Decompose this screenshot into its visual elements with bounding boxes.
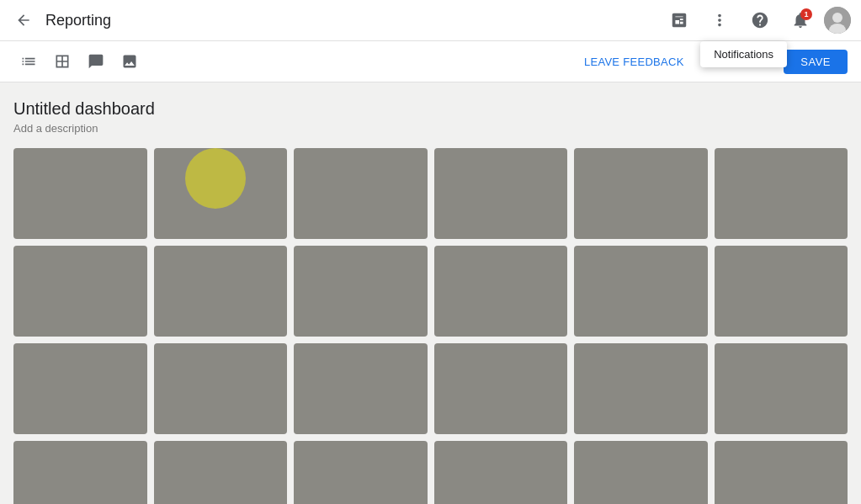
grid-cell[interactable] [574, 441, 708, 504]
notification-badge: 1 [800, 8, 812, 20]
nav-left: Reporting [10, 7, 111, 34]
more-options-button[interactable] [703, 3, 736, 37]
app-title: Reporting [45, 12, 111, 29]
grid-cell[interactable] [434, 343, 568, 434]
grid-cell[interactable] [13, 441, 147, 504]
grid-cell[interactable] [715, 441, 848, 504]
grid-cell[interactable] [434, 148, 568, 239]
grid-cell[interactable] [574, 148, 708, 239]
widget-grid [13, 148, 848, 504]
grid-cell[interactable] [715, 343, 848, 434]
grid-cell[interactable] [294, 148, 428, 239]
save-button[interactable]: SAVE [784, 50, 848, 74]
dashboard-description[interactable]: Add a description [13, 122, 848, 135]
widget-type-1-button[interactable] [13, 46, 44, 77]
leave-feedback-button[interactable]: LEAVE FEEDBACK [571, 50, 698, 74]
grid-cell[interactable] [13, 246, 147, 337]
nav-right: 1 [662, 3, 851, 37]
svg-point-1 [832, 13, 842, 23]
toolbar-icons [13, 46, 145, 77]
grid-cell[interactable] [154, 343, 288, 434]
grid-cell[interactable] [294, 343, 428, 434]
grid-cell[interactable] [294, 246, 428, 337]
dashboard-area: Untitled dashboard Add a description [0, 82, 861, 504]
top-nav: Reporting 1 [0, 0, 861, 41]
grid-cell[interactable] [574, 246, 708, 337]
widget-type-3-button[interactable] [81, 46, 111, 77]
chart-icon-button[interactable] [662, 3, 696, 37]
grid-cell[interactable] [715, 148, 848, 239]
back-button[interactable] [10, 7, 37, 34]
widget-type-2-button[interactable] [47, 46, 77, 77]
grid-cell[interactable] [574, 343, 708, 434]
grid-cell[interactable] [13, 148, 147, 239]
tooltip-label: Notifications [714, 48, 773, 61]
grid-cell[interactable] [154, 441, 288, 504]
grid-cell[interactable] [13, 343, 147, 434]
notifications-tooltip: Notifications [700, 41, 787, 67]
avatar[interactable] [824, 7, 851, 34]
dashboard-title[interactable]: Untitled dashboard [13, 99, 848, 119]
grid-cell[interactable] [434, 441, 568, 504]
grid-cell[interactable] [715, 246, 848, 337]
widget-type-4-button[interactable] [114, 46, 145, 77]
help-button[interactable] [743, 3, 777, 37]
dashboard-header: Untitled dashboard Add a description [13, 99, 848, 135]
grid-cell[interactable] [154, 246, 288, 337]
notifications-button[interactable]: 1 [784, 3, 817, 37]
grid-cell[interactable] [434, 246, 568, 337]
grid-cell[interactable] [154, 148, 288, 239]
grid-cell[interactable] [294, 441, 428, 504]
